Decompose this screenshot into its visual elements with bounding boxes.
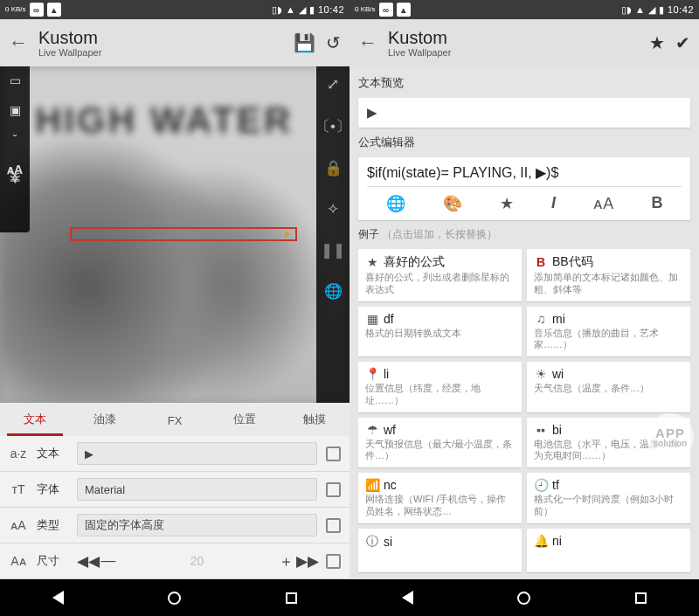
wallpaper-preview[interactable]: HIGH WATER ▭ ▣ ˇ ᴀA 文本 ⤢ 〔•〕 🔒 ✧ ❚❚ 🌐	[0, 66, 350, 403]
card-title: nc	[384, 478, 397, 492]
status-bar: 0 KB/s ∞ ▲ ▯◗ ▲ ◢ ▮ 10:42	[0, 0, 350, 19]
app-icon-2: ▲	[47, 3, 61, 17]
confirm-icon[interactable]: ✔	[675, 32, 690, 53]
row-text[interactable]: a·z 文本 ▶	[0, 436, 350, 472]
text-row-value[interactable]: ▶	[77, 442, 317, 465]
back-button[interactable]: ←	[9, 31, 28, 54]
card-si[interactable]: ⓘsi	[358, 529, 522, 572]
card-title: mi	[552, 312, 565, 326]
text-row-label: 文本	[37, 446, 68, 461]
focus-icon[interactable]: 〔•〕	[315, 116, 350, 136]
nav-recents[interactable]	[286, 592, 297, 604]
card-desc: 添加简单的文本标记诸如颜色、加粗、斜体等	[534, 272, 683, 296]
text-preview-box[interactable]: ▶	[358, 98, 690, 128]
panel-icon[interactable]: ▭	[10, 73, 21, 87]
card-bbcode[interactable]: BBB代码 添加简单的文本标记诸如颜色、加粗、斜体等	[527, 249, 690, 301]
tab-text[interactable]: 文本	[0, 412, 70, 436]
layers-off-icon[interactable]: ✧	[327, 200, 339, 218]
nav-home[interactable]	[168, 592, 181, 605]
app-toolbar: ← Kustom Live Wallpaper ★ ✔	[350, 19, 699, 66]
nav-recents[interactable]	[635, 592, 647, 604]
font-row-label: 字体	[37, 481, 68, 497]
examples-hint: （点击追加，长按替换）	[382, 228, 497, 240]
tab-fx[interactable]: FX	[140, 414, 210, 436]
italic-icon[interactable]: I	[551, 194, 556, 213]
font-row-value[interactable]: Material	[77, 478, 317, 501]
card-bi[interactable]: ▪▪bi 电池信息（水平，电压，温度，因为充电时间……）	[527, 418, 690, 468]
card-favorite[interactable]: ★喜好的公式 喜好的公式，列出或者删除星标的表达式	[358, 249, 522, 301]
size-decrement[interactable]: —	[98, 552, 119, 570]
battery-icon: ▮	[309, 4, 315, 16]
card-title: BB代码	[552, 254, 593, 270]
card-df[interactable]: ▦df 格式的日期转换成文本	[358, 307, 522, 357]
card-li[interactable]: 📍li 位置信息（纬度，经度，地址……）	[358, 362, 522, 412]
card-nc[interactable]: 📶nc 网络连接（WIFI /手机信号，操作员姓名，网络状态…	[358, 473, 522, 523]
back-button[interactable]: ←	[358, 31, 377, 54]
card-desc: 音乐信息（播放的曲目，艺术家……）	[534, 328, 683, 352]
tab-touch[interactable]: 触摸	[280, 412, 350, 436]
tab-paint[interactable]: 油漆	[70, 412, 140, 436]
music-icon: ♫	[534, 312, 548, 326]
star-icon[interactable]: ★	[500, 194, 514, 213]
history-icon[interactable]: ↺	[326, 32, 341, 53]
size-fast-back[interactable]: ◀◀	[77, 552, 98, 571]
card-wi[interactable]: ☀wi 天气信息（温度，条件…）	[527, 362, 690, 412]
tab-position[interactable]: 位置	[210, 412, 280, 436]
card-mi[interactable]: ♫mi 音乐信息（播放的曲目，艺术家……）	[527, 307, 690, 357]
app-icon-2: ▲	[397, 3, 411, 17]
card-title: tf	[552, 478, 559, 492]
text-row-check[interactable]	[326, 446, 341, 461]
inbox-icon[interactable]: ▣	[10, 103, 21, 117]
card-ni[interactable]: 🔔ni	[527, 529, 690, 572]
text-item-icon[interactable]: ᴀA	[7, 163, 23, 176]
examples-grid: ★喜好的公式 喜好的公式，列出或者删除星标的表达式 BBB代码 添加简单的文本标…	[358, 249, 690, 572]
caret-icon[interactable]: ˇ	[13, 133, 17, 147]
nav-back[interactable]	[52, 591, 64, 605]
examples-label: 例子	[358, 228, 379, 240]
card-title: wi	[552, 367, 564, 381]
nav-home[interactable]	[517, 592, 530, 605]
type-row-icon: ᴀA	[9, 518, 28, 532]
globe-icon[interactable]: 🌐	[386, 194, 405, 213]
signal-icon: ◢	[299, 4, 306, 16]
size-value[interactable]: 20	[119, 554, 275, 568]
app-icon-1: ∞	[30, 3, 44, 17]
card-wf[interactable]: ☂wf 天气预报信息（最大/最小温度，条件…）	[358, 418, 522, 468]
title-block: Kustom Live Wallpaper	[388, 28, 451, 58]
font-row-check[interactable]	[326, 482, 341, 497]
left-toolbar: ▭ ▣ ˇ ᴀA 文本	[0, 66, 30, 232]
type-row-value[interactable]: 固定的字体高度	[77, 514, 317, 536]
card-desc: 格式化一个时间跨度（例如3小时前）	[534, 494, 683, 518]
formula-label: 公式编辑器	[358, 135, 690, 150]
palette-icon[interactable]: 🎨	[443, 194, 462, 213]
type-row-check[interactable]	[326, 518, 341, 533]
star-icon: ★	[365, 255, 379, 269]
selected-element-outline[interactable]	[70, 227, 297, 241]
size-fast-fwd[interactable]: ▶▶	[296, 552, 317, 571]
phone-left: 0 KB/s ∞ ▲ ▯◗ ▲ ◢ ▮ 10:42 ← Kustom Live …	[0, 0, 350, 616]
size-row-check[interactable]	[326, 554, 341, 569]
card-desc: 网络连接（WIFI /手机信号，操作员姓名，网络状态…	[365, 494, 515, 518]
battery-icon: ▪▪	[534, 423, 548, 437]
preview-label: 文本预览	[358, 75, 690, 91]
save-icon[interactable]: 💾	[294, 32, 315, 53]
editor-body: 文本预览 ▶ 公式编辑器 $if(mi(state)= PLAYING, II,…	[350, 66, 699, 579]
android-navbar	[0, 579, 350, 616]
nav-back[interactable]	[402, 591, 413, 605]
bold-icon[interactable]: B	[651, 194, 662, 213]
expand-icon[interactable]: ⤢	[327, 75, 339, 93]
app-toolbar: ← Kustom Live Wallpaper 💾 ↺	[0, 19, 350, 66]
pause-icon[interactable]: ❚❚	[321, 241, 345, 260]
wifi-icon: ▲	[635, 4, 645, 15]
row-type[interactable]: ᴀA 类型 固定的字体高度	[0, 508, 350, 543]
favorite-icon[interactable]: ★	[649, 32, 665, 53]
wifi-icon: ▲	[286, 4, 295, 15]
fontsize-icon[interactable]: ᴀA	[593, 194, 613, 213]
formula-input[interactable]: $if(mi(state)= PLAYING, II, ▶)$	[367, 164, 682, 187]
lock-icon[interactable]: 🔒	[324, 159, 343, 177]
card-tf[interactable]: 🕘tf 格式化一个时间跨度（例如3小时前）	[527, 473, 690, 523]
row-size[interactable]: Aᴀ 尺寸 ◀◀ — 20 ＋ ▶▶	[0, 543, 350, 579]
size-increment[interactable]: ＋	[275, 551, 296, 571]
row-font[interactable]: тT 字体 Material	[0, 472, 350, 508]
globe-icon[interactable]: 🌐	[324, 282, 343, 301]
